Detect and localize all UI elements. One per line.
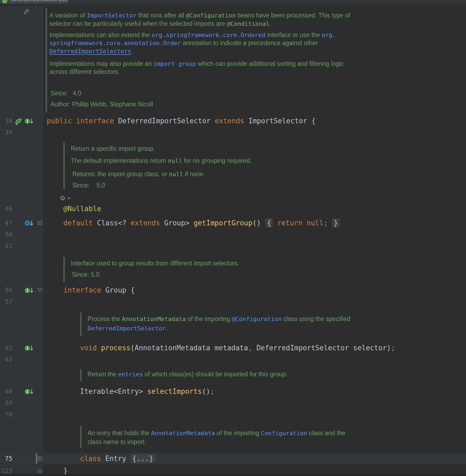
- text-run: class name to import.: [88, 438, 146, 445]
- fold-marker-start-icon[interactable]: [38, 288, 42, 292]
- editor-tab-bar: DeferredImportSelector.java: [0, 0, 466, 4]
- text-run: springframework.core.annotation.Order: [49, 40, 181, 46]
- doc-line: Implementations can also extend the org.…: [49, 31, 336, 39]
- code-line-75[interactable]: class Entry {...}: [80, 453, 155, 464]
- text-run: A variation of: [49, 12, 87, 19]
- text-run: selector can be particularly useful when…: [49, 20, 227, 27]
- doc-line: springframework.core.annotation.Order an…: [49, 39, 318, 47]
- file-status-dot-icon: [2, 0, 7, 3]
- text-run: Group {: [105, 286, 135, 294]
- implementations-icon[interactable]: I: [25, 117, 34, 125]
- text-run: ImportSelector: [87, 12, 136, 19]
- line-number-46[interactable]: 46: [0, 203, 12, 215]
- text-run: Since: 5.0: [72, 271, 99, 278]
- line-number-62[interactable]: 62: [0, 342, 12, 354]
- line-number-56[interactable]: 56: [0, 284, 12, 296]
- doc-line: A variation of ImportSelector that runs …: [49, 11, 350, 19]
- text-run: Since: 4.0: [50, 90, 81, 97]
- text-run: public interface: [47, 117, 118, 125]
- text-run: for no grouping required.: [182, 157, 252, 164]
- editor-area[interactable]: [43, 6, 466, 474]
- text-run: @Configuration: [186, 12, 236, 19]
- doc-line: An entry that holds the AnnotationMetada…: [88, 429, 345, 437]
- fold-marker-plus-icon[interactable]: [38, 221, 42, 225]
- text-run: {: [265, 218, 273, 228]
- intention-gear-icon[interactable]: ⚙: [60, 194, 71, 203]
- text-run: An entry that holds the: [88, 430, 151, 437]
- overridden-icon[interactable]: O: [25, 219, 34, 227]
- doc-block-bar: [46, 8, 47, 112]
- spring-bean-icon[interactable]: [14, 117, 24, 125]
- text-run: null: [168, 157, 182, 164]
- tab-bar-divider: [0, 4, 466, 6]
- text-run: interface or use the: [265, 31, 322, 38]
- text-run: class and the: [307, 430, 345, 437]
- text-run: import group: [153, 60, 196, 67]
- doc-line: selector can be particularly useful when…: [49, 20, 271, 28]
- doc-block-bar: [80, 426, 82, 448]
- text-run: Implementations may also provide an: [49, 60, 153, 67]
- text-run: of the importing: [215, 430, 261, 437]
- fold-marker-end-icon[interactable]: [38, 468, 42, 473]
- text-run: DeferredImportSelector: [118, 117, 215, 125]
- text-run: Since: 5.0: [72, 182, 105, 189]
- svg-text:O: O: [26, 221, 28, 225]
- text-run: }: [332, 218, 340, 228]
- text-run: AnnotationMetadata: [151, 430, 215, 437]
- doc-line: Implementations may also provide an impo…: [49, 60, 344, 68]
- svg-text:I: I: [26, 346, 28, 350]
- code-line-47[interactable]: default Class<? extends Group> getImport…: [63, 217, 340, 229]
- line-number-38[interactable]: 38: [0, 115, 12, 127]
- line-number-68[interactable]: 68: [0, 386, 12, 397]
- line-number-51[interactable]: 51: [0, 240, 12, 252]
- doc-line: DeferredImportSelector.: [88, 324, 168, 332]
- code-line-38[interactable]: public interface DeferredImportSelector …: [47, 115, 316, 127]
- text-run: org.: [322, 32, 336, 38]
- doc-line: Returns: the import group class, or null…: [72, 170, 203, 178]
- code-line-56[interactable]: interface Group {: [63, 284, 135, 296]
- code-line-68[interactable]: Iterable<Entry> selectImports();: [80, 386, 214, 397]
- line-number-69[interactable]: 69: [0, 397, 12, 409]
- doc-line: class name to import.: [88, 438, 146, 446]
- fold-marker-plus-icon[interactable]: [38, 456, 42, 461]
- doc-block-bar: [80, 369, 82, 381]
- line-number-63[interactable]: 63: [0, 354, 12, 365]
- text-run: Process the: [88, 315, 122, 322]
- text-run: (): [252, 219, 265, 227]
- text-run: ;: [210, 387, 214, 395]
- text-run: (): [202, 387, 210, 395]
- doc-line: Process the AnnotationMetadata of the im…: [88, 315, 350, 323]
- caret-line-highlight: [0, 453, 466, 464]
- text-run: .: [270, 20, 271, 27]
- text-run: .: [166, 325, 167, 332]
- text-run: The default implementations return: [71, 157, 168, 164]
- line-number-70[interactable]: 70: [0, 409, 12, 420]
- editor-tab[interactable]: DeferredImportSelector.java: [0, 0, 68, 4]
- line-number-75[interactable]: 75: [0, 453, 12, 464]
- code-line-62[interactable]: void process(AnnotationMetadata metadata…: [80, 342, 395, 354]
- line-number-47[interactable]: 47: [0, 217, 12, 229]
- edit-doc-pencil-icon[interactable]: ✎: [23, 8, 30, 16]
- svg-text:I: I: [26, 390, 28, 394]
- vcs-change-marker[interactable]: [36, 453, 37, 464]
- doc-block-bar: [80, 312, 82, 336]
- doc-line: The default implementations return null …: [71, 157, 252, 165]
- line-number-57[interactable]: 57: [0, 296, 12, 308]
- text-run: interface: [63, 286, 105, 294]
- implementations-icon[interactable]: I: [25, 344, 34, 352]
- line-number-50[interactable]: 50: [0, 229, 12, 240]
- implementations-icon[interactable]: I: [25, 287, 34, 294]
- doc-line: Return the entries of which class(es) sh…: [88, 370, 287, 378]
- doc-line: Since: 5.0: [72, 271, 99, 279]
- text-run: Return a specific import group.: [71, 145, 155, 152]
- line-number-39[interactable]: 39: [0, 127, 12, 138]
- doc-block-bar: [63, 142, 65, 189]
- text-run: ,: [248, 344, 256, 352]
- text-run: beans have been processed. This type of: [236, 12, 350, 19]
- text-run: }: [63, 467, 68, 475]
- doc-link[interactable]: DeferredImportSelectors: [49, 48, 131, 55]
- implementations-icon[interactable]: I: [25, 388, 34, 395]
- code-line-46[interactable]: @Nullable: [63, 203, 101, 215]
- text-run: default: [63, 219, 97, 227]
- text-run: selectImports: [147, 387, 202, 395]
